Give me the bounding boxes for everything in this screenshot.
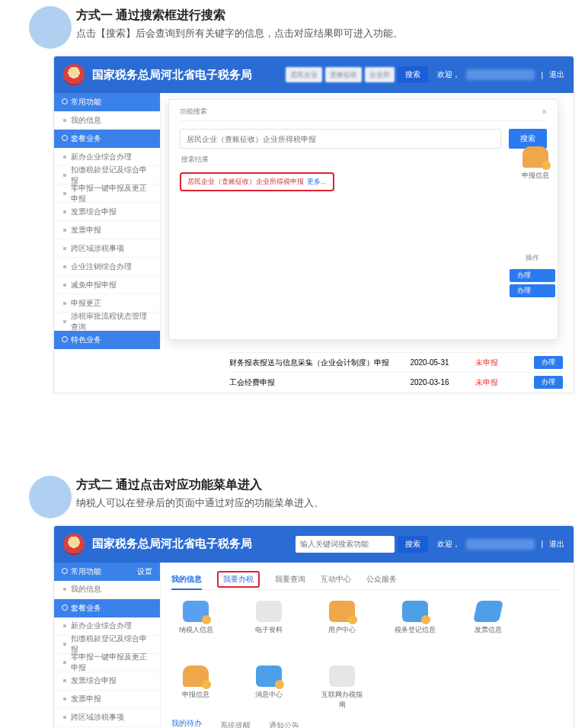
intro-block-2: 方式二 通过点击对应功能菜单进入 纳税人可以在登录后的页面中通过对应的功能菜单进… [0, 470, 588, 525]
tab-myinfo[interactable]: 我的信息 [171, 574, 202, 585]
username-blur [466, 539, 535, 550]
sb-item-1[interactable]: 扣缴税款登记及综合申报 [54, 636, 160, 654]
sb-item-5[interactable]: 跨区域涉税事项 [54, 239, 160, 258]
hdr-pill-1: 居民企业 [286, 67, 322, 82]
tax-logo-icon [63, 64, 85, 85]
header-search-input[interactable] [296, 536, 395, 553]
sb-item-8[interactable]: 申报更正 [54, 294, 160, 313]
row-due: 2020-03-16 [395, 373, 464, 393]
screenshot-1: 国家税务总局河北省电子税务局 居民企业 查账征收 企业所 搜索 欢迎， | 退出… [53, 56, 574, 393]
sb-item-7[interactable]: 减免申报申报 [54, 276, 160, 294]
sb-item-3[interactable]: 发票综合申报 [54, 203, 160, 221]
header-search-button[interactable]: 搜索 [398, 536, 428, 553]
sb-item-5[interactable]: 跨区域涉税事项 [54, 709, 160, 727]
close-icon[interactable]: × [542, 107, 547, 117]
sb-item-9[interactable]: 涉税审批流程状态管理查询 [54, 313, 160, 331]
subtab-todo[interactable]: 我的待办 [171, 718, 202, 728]
sb-item-myinfo[interactable]: 我的信息 [54, 581, 160, 599]
decor-circle [29, 6, 72, 49]
subtab-sys[interactable]: 系统提醒 [220, 720, 251, 728]
app-title: 国家税务总局河北省电子税务局 [92, 68, 252, 82]
sb-item-4[interactable]: 发票申报 [54, 691, 160, 709]
logout-link[interactable]: 退出 [549, 69, 564, 80]
tile-guide[interactable]: 互联网办税指南 [321, 665, 363, 710]
hdr-pill-3: 企业所 [365, 67, 395, 82]
header-search-button[interactable]: 搜索 [398, 66, 428, 83]
screenshot-2: 国家税务总局河北省电子税务局 搜索 欢迎， | 退出 常用功能设置 我的信息 套… [53, 525, 574, 729]
sub-tabs: 我的待办 系统提醒 通知公告 [171, 717, 563, 729]
sb-item-2[interactable]: 零申报一键申报及更正申报 [54, 184, 160, 203]
sb-sec-common[interactable]: 常用功能设置 [54, 563, 160, 581]
sidebar-2: 常用功能设置 我的信息 套餐业务 新办企业综合办理 扣缴税款登记及综合申报 零申… [54, 563, 161, 729]
sb-item-myinfo[interactable]: 我的信息 [54, 111, 160, 130]
app-header: 国家税务总局河北省电子税务局 居民企业 查账征收 企业所 搜索 欢迎， | 退出 [54, 56, 574, 93]
tab-interact[interactable]: 互动中心 [321, 574, 351, 585]
sb-item-0[interactable]: 新办企业综合办理 [54, 617, 160, 636]
header-search-group: 居民企业 查账征收 企业所 搜索 [286, 66, 428, 83]
search-modal: 功能搜索 × 搜索 搜索结果 居民企业（查账征收）企业所得税申报更多... [168, 99, 558, 340]
decor-circle [29, 476, 72, 518]
app-header-2: 国家税务总局河北省电子税务局 搜索 欢迎， | 退出 [54, 526, 574, 563]
sb-item-2[interactable]: 零申报一键申报及更正申报 [54, 654, 160, 672]
subtab-notice[interactable]: 通知公告 [269, 720, 299, 728]
modal-title: 功能搜索 [180, 107, 207, 117]
tile-taxpayer[interactable]: 纳税人信息 [174, 601, 217, 635]
logout-link[interactable]: 退出 [549, 539, 564, 550]
row-due: 2020-05-31 [395, 353, 464, 373]
tax-logo-icon [63, 534, 85, 555]
intro-subtitle-2: 纳税人可以在登录后的页面中通过对应的功能菜单进入。 [76, 496, 512, 510]
hdr-pill-2: 查账征收 [325, 67, 362, 82]
intro-subtitle: 点击【搜索】后会查询到所有关键字的信息，点击对应结果即可进入功能。 [76, 27, 512, 40]
intro-title-2: 方式二 通过点击对应功能菜单进入 [76, 477, 512, 493]
row-status: 未申报 [464, 373, 510, 393]
tile-peek: 申报信息 [520, 146, 551, 181]
modal-result-hit[interactable]: 居民企业（查账征收）企业所得税申报更多... [180, 172, 334, 191]
sb-item-0[interactable]: 新办企业综合办理 [54, 148, 160, 166]
op-col-peek: 操作 办理 办理 [510, 253, 555, 300]
op-btn[interactable]: 办理 [510, 269, 555, 282]
row-op-button[interactable]: 办理 [534, 376, 563, 389]
modal-search-input[interactable] [180, 129, 501, 149]
tile-invoice[interactable]: 发票信息 [467, 601, 510, 635]
sb-item-1[interactable]: 扣缴税款登记及综合申报 [54, 166, 160, 184]
app-title: 国家税务总局河北省电子税务局 [92, 537, 252, 551]
main-panel: 我的信息 我要办税 我要查询 互动中心 公众服务 纳税人信息 电子资料 用户中心… [161, 563, 574, 729]
username-blur [466, 69, 535, 80]
section-method-1: 方式一 通过搜索框进行搜索 点击【搜索】后会查询到所有关键字的信息，点击对应结果… [0, 0, 588, 393]
top-tabs: 我的信息 我要办税 我要查询 互动中心 公众服务 [171, 570, 563, 590]
sb-sec-common[interactable]: 常用功能 [54, 93, 160, 111]
intro-title: 方式一 通过搜索框进行搜索 [76, 8, 512, 24]
tile-reg-info[interactable]: 税务登记信息 [394, 601, 436, 635]
row-name: 工会经费申报 [229, 373, 395, 393]
welcome-label: 欢迎， [437, 539, 460, 550]
app-body: 常用功能 我的信息 套餐业务 新办企业综合办理 扣缴税款登记及综合申报 零申报一… [54, 93, 574, 349]
sb-item-3[interactable]: 发票综合申报 [54, 672, 160, 691]
sb-item-6[interactable]: 企业注销综合办理 [54, 258, 160, 276]
tile-declare[interactable]: 申报信息 [174, 665, 217, 710]
tile-user-center[interactable]: 用户中心 [321, 601, 363, 635]
sb-sec-package[interactable]: 套餐业务 [54, 130, 160, 148]
sb-sec-special[interactable]: 特色业务 [54, 331, 160, 349]
sidebar: 常用功能 我的信息 套餐业务 新办企业综合办理 扣缴税款登记及综合申报 零申报一… [54, 93, 161, 349]
tile-msg[interactable]: 消息中心 [248, 665, 290, 710]
welcome-label: 欢迎， [437, 69, 460, 80]
sb-sec-package[interactable]: 套餐业务 [54, 599, 160, 617]
tab-query[interactable]: 我要查询 [275, 574, 305, 585]
op-btn[interactable]: 办理 [510, 284, 555, 297]
row-status: 未申报 [464, 353, 510, 373]
tab-do-tax-highlighted[interactable]: 我要办税 [217, 571, 260, 588]
header-user: 欢迎， | 退出 [437, 69, 564, 80]
sb-item-4[interactable]: 发票申报 [54, 221, 160, 239]
modal-result-label: 搜索结果 [181, 155, 547, 165]
row-name: 财务报表报送与信息采集（企业会计制度）申报 [229, 353, 395, 373]
tile-grid: 纳税人信息 电子资料 用户中心 税务登记信息 发票信息 申报信息 消息中心 互联… [171, 590, 563, 714]
rows-below-modal: 财务报表报送与信息采集（企业会计制度）申报 2020-05-31 未申报 办理 … [54, 352, 574, 393]
intro-block: 方式一 通过搜索框进行搜索 点击【搜索】后会查询到所有关键字的信息，点击对应结果… [0, 0, 588, 56]
row-op-button[interactable]: 办理 [534, 356, 563, 369]
tile-edoc[interactable]: 电子资料 [248, 601, 290, 635]
tab-public[interactable]: 公众服务 [366, 574, 397, 585]
section-method-2: 方式二 通过点击对应功能菜单进入 纳税人可以在登录后的页面中通过对应的功能菜单进… [0, 470, 588, 729]
